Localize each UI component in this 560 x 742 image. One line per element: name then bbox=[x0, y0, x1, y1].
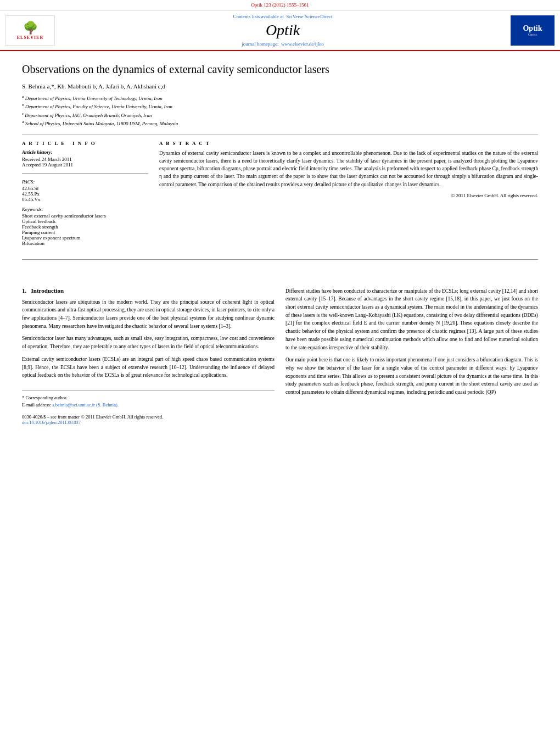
intro-para-1: Semiconductor laser has many advantages,… bbox=[22, 334, 275, 350]
received-date: Received 24 March 2011 bbox=[22, 157, 148, 162]
affiliations: a Department of Physics, Urmia Universit… bbox=[22, 94, 538, 128]
keyword-5: Bifurcation bbox=[22, 241, 148, 246]
corresponding-author: * Corresponding author. bbox=[22, 394, 275, 401]
info-abstract-cols: A R T I C L E I N F O Article history: R… bbox=[22, 141, 538, 250]
right-para-0: Different studies have been conducted to… bbox=[285, 287, 538, 352]
affiliation-c: c Department of Physics, IAU, Orumiyeh B… bbox=[22, 111, 538, 119]
history-label: Article history: bbox=[22, 149, 148, 155]
article-history: Article history: Received 24 March 2011 … bbox=[22, 149, 148, 168]
introduction-title: 1. Introduction bbox=[22, 287, 275, 294]
email-link[interactable]: s.behnia@sci.umt.ac.ir (S. Behnia). bbox=[52, 402, 119, 408]
elsevier-tree-icon: 🌳 bbox=[23, 21, 38, 35]
footnote-area: * Corresponding author. E-mail address: … bbox=[22, 390, 275, 409]
pacs-0: 42.65.Sf bbox=[22, 186, 148, 191]
pacs-label: PACS: bbox=[22, 179, 148, 185]
elsevier-brand: ELSEVIER bbox=[17, 35, 43, 40]
pacs-2: 05.45.Vx bbox=[22, 197, 148, 202]
sciverse-link-text[interactable]: SciVerse ScienceDirect bbox=[286, 14, 332, 19]
article-title: Observations on the dynamics of external… bbox=[22, 62, 538, 76]
affiliation-d: d School of Physics, Universiti Sains Ma… bbox=[22, 119, 538, 127]
keyword-1: Optical feedback bbox=[22, 219, 148, 224]
right-column: Different studies have been conducted to… bbox=[285, 287, 538, 425]
authors-line: S. Behnia a,*, Kh. Mabhouti b, A. Jafari… bbox=[22, 83, 538, 90]
keyword-0: Short external cavity semiconductor lase… bbox=[22, 213, 148, 219]
keyword-4: Lyapunov exponent spectrum bbox=[22, 235, 148, 241]
keyword-2: Feedback strength bbox=[22, 224, 148, 230]
affiliation-a: a Department of Physics, Urmia Universit… bbox=[22, 94, 538, 102]
keywords-section: Keywords: Short external cavity semicond… bbox=[22, 207, 148, 246]
keyword-3: Pumping current bbox=[22, 230, 148, 235]
optik-logo-text: Optik bbox=[523, 24, 542, 33]
accepted-date: Accepted 19 August 2011 bbox=[22, 162, 148, 168]
sciverse-link: Contents lists available at SciVerse Sci… bbox=[233, 14, 333, 19]
journal-name: Optik bbox=[266, 21, 300, 39]
homepage-link[interactable]: www.elsevier.de/ijleo bbox=[281, 41, 324, 47]
journal-homepage: journal homepage: www.elsevier.de/ijleo bbox=[242, 41, 324, 47]
journal-header: 🌳 ELSEVIER Contents lists available at S… bbox=[0, 10, 560, 51]
copyright: © 2011 Elsevier GmbH. All rights reserve… bbox=[159, 193, 538, 198]
divider-top bbox=[22, 135, 538, 135]
doi-line[interactable]: doi:10.1016/j.ijleo.2011.08.037 bbox=[22, 420, 275, 425]
keywords-label: Keywords: bbox=[22, 207, 148, 212]
pacs-section: PACS: 42.65.Sf 42.55.Px 05.45.Vx bbox=[22, 179, 148, 202]
elsevier-logo: 🌳 ELSEVIER bbox=[5, 15, 55, 46]
intro-para-2: External cavity semiconductor lasers (EC… bbox=[22, 355, 275, 380]
divider-bottom bbox=[22, 259, 538, 260]
article-info-col: A R T I C L E I N F O Article history: R… bbox=[22, 141, 148, 250]
optik-logo-sub: Optics bbox=[528, 33, 537, 36]
main-body: 1. Introduction Semiconductor lasers are… bbox=[0, 287, 560, 425]
right-para-1: Our main point here is that one is likel… bbox=[285, 356, 538, 397]
email-line: E-mail address: s.behnia@sci.umt.ac.ir (… bbox=[22, 401, 275, 409]
abstract-label: A B S T R A C T bbox=[159, 141, 538, 146]
affiliation-b: b Department of Physics, Faculty of Scie… bbox=[22, 102, 538, 110]
license-line: 0030-4026/$ – see front matter © 2011 El… bbox=[22, 414, 275, 425]
divider-history bbox=[22, 173, 148, 174]
journal-info-center: Contents lists available at SciVerse Sci… bbox=[60, 14, 505, 47]
article-content: Observations on the dynamics of external… bbox=[0, 51, 560, 276]
left-column: 1. Introduction Semiconductor lasers are… bbox=[22, 287, 275, 425]
article-info-label: A R T I C L E I N F O bbox=[22, 141, 148, 146]
journal-reference: Optik 123 (2012) 1555–1561 bbox=[0, 0, 560, 10]
pacs-1: 42.55.Px bbox=[22, 191, 148, 197]
optik-logo: Optik Optics bbox=[511, 15, 555, 46]
intro-para-0: Semiconductor lasers are ubiquitous in t… bbox=[22, 298, 275, 331]
abstract-col: A B S T R A C T Dynamics of external cav… bbox=[159, 141, 538, 250]
abstract-text: Dynamics of external cavity semiconducto… bbox=[159, 149, 538, 188]
